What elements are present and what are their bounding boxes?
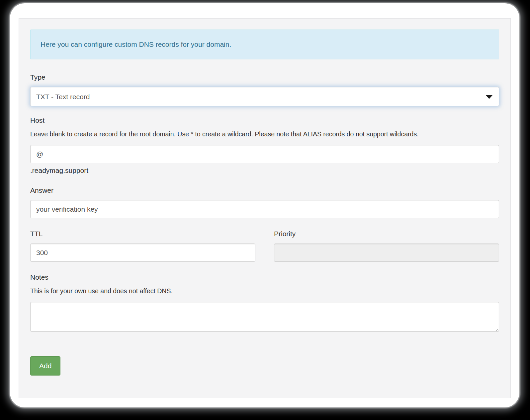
type-label: Type (30, 73, 499, 82)
priority-field-group: Priority (274, 229, 499, 262)
type-select-wrap: TXT - Text record (30, 87, 499, 106)
answer-input[interactable] (30, 200, 499, 218)
notes-textarea[interactable] (30, 302, 499, 332)
answer-field-group: Answer (30, 186, 499, 218)
ttl-input[interactable] (30, 244, 255, 262)
host-field-group: Host Leave blank to create a record for … (30, 116, 499, 175)
host-input[interactable] (30, 145, 499, 163)
type-field-group: Type TXT - Text record (30, 73, 499, 106)
dns-settings-panel: Here you can configure custom DNS record… (19, 18, 511, 398)
info-banner: Here you can configure custom DNS record… (30, 30, 499, 59)
notes-label: Notes (30, 273, 499, 282)
host-label: Host (30, 116, 499, 125)
priority-label: Priority (274, 229, 499, 238)
app-window: Here you can configure custom DNS record… (10, 3, 519, 407)
notes-field-group: Notes This is for your own use and does … (30, 273, 499, 332)
priority-input (274, 244, 499, 262)
ttl-label: TTL (30, 229, 255, 238)
answer-label: Answer (30, 186, 499, 195)
type-select[interactable]: TXT - Text record (30, 87, 499, 106)
info-banner-text: Here you can configure custom DNS record… (41, 40, 231, 48)
ttl-field-group: TTL (30, 229, 255, 262)
host-domain-suffix: .readymag.support (30, 166, 499, 175)
notes-help-text: This is for your own use and does not af… (30, 287, 499, 295)
ttl-priority-row: TTL Priority (30, 229, 499, 262)
host-help-text: Leave blank to create a record for the r… (30, 130, 499, 138)
add-button[interactable]: Add (30, 356, 60, 376)
